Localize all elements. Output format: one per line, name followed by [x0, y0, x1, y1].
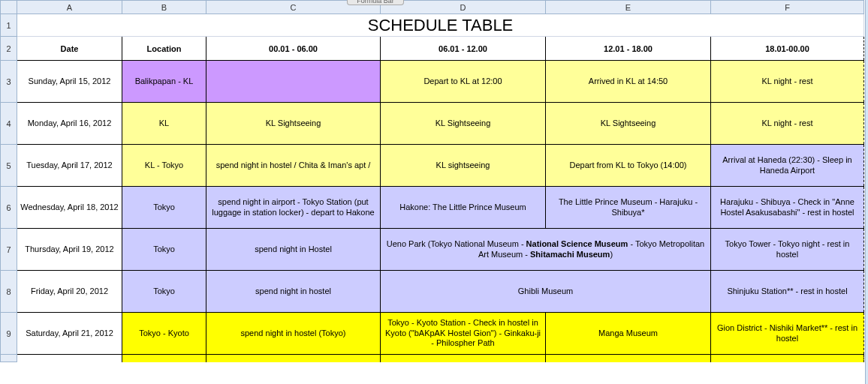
cell-E10[interactable] [546, 355, 711, 362]
cell-C5[interactable]: spend night in hostel / Chita & Iman's a… [206, 145, 381, 187]
cell-E9[interactable]: Manga Museum [546, 313, 711, 355]
cell-A9[interactable]: Saturday, April 21, 2012 [17, 313, 122, 355]
cell-B9[interactable]: Tokyo - Kyoto [122, 313, 206, 355]
cell-A8[interactable]: Friday, April 20, 2012 [17, 271, 122, 313]
cell-A7[interactable]: Thursday, April 19, 2012 [17, 229, 122, 271]
cell-E6[interactable]: The Little Prince Museum - Harajuku - Sh… [546, 187, 711, 229]
col-header-D[interactable]: D [381, 1, 546, 14]
cell-C10[interactable] [206, 355, 381, 362]
header-location[interactable]: Location [122, 37, 206, 61]
col-header-B[interactable]: B [122, 1, 206, 14]
cell-C7[interactable]: spend night in Hostel [206, 229, 381, 271]
cell-F9[interactable]: Gion District - Nishiki Market** - rest … [711, 313, 864, 355]
cell-E4[interactable]: KL Sightseeing [546, 103, 711, 145]
row-header-5[interactable]: 5 [1, 145, 17, 187]
cell-B10[interactable] [122, 355, 206, 362]
row-header-2[interactable]: 2 [1, 37, 17, 61]
cell-D3[interactable]: Depart to KL at 12:00 [381, 61, 546, 103]
cell-D6[interactable]: Hakone: The Little Prince Museum [381, 187, 546, 229]
cell-A5[interactable]: Tuesday, April 17, 2012 [17, 145, 122, 187]
row-header-7[interactable]: 7 [1, 229, 17, 271]
cell-F4[interactable]: KL night - rest [711, 103, 864, 145]
header-t2[interactable]: 06.01 - 12.00 [381, 37, 546, 61]
cell-D5[interactable]: KL sightseeing [381, 145, 546, 187]
title-cell[interactable]: SCHEDULE TABLE [17, 14, 864, 37]
formula-bar-tab[interactable]: Formula Bar [347, 0, 404, 5]
cell-C3[interactable] [206, 61, 381, 103]
cell-F10[interactable] [711, 355, 864, 362]
vertical-scrollbar[interactable] [865, 0, 868, 384]
cell-F7[interactable]: Tokyo Tower - Tokyo night - rest in host… [711, 229, 864, 271]
cell-B5[interactable]: KL - Tokyo [122, 145, 206, 187]
row-header-8[interactable]: 8 [1, 271, 17, 313]
header-t4[interactable]: 18.01-00.00 [711, 37, 864, 61]
cell-D4[interactable]: KL Sightseeing [381, 103, 546, 145]
row-header-9[interactable]: 9 [1, 313, 17, 355]
cell-DE7-pre: Ueno Park (Tokyo National Museum - [387, 239, 526, 248]
col-header-A[interactable]: A [17, 1, 122, 14]
cell-B8[interactable]: Tokyo [122, 271, 206, 313]
cell-A6[interactable]: Wednesday, April 18, 2012 [17, 187, 122, 229]
spreadsheet-viewport: Formula Bar A B C D E F 1 SCHEDULE TABLE [0, 0, 868, 384]
cell-A3[interactable]: Sunday, April 15, 2012 [17, 61, 122, 103]
col-header-E[interactable]: E [546, 1, 711, 14]
header-t1[interactable]: 00.01 - 06.00 [206, 37, 381, 61]
row-header-4[interactable]: 4 [1, 103, 17, 145]
row-header-3[interactable]: 3 [1, 61, 17, 103]
cell-C4[interactable]: KL Sightseeing [206, 103, 381, 145]
col-header-F[interactable]: F [711, 1, 864, 14]
cell-D10[interactable] [381, 355, 546, 362]
row-header-6[interactable]: 6 [1, 187, 17, 229]
cell-DE8[interactable]: Ghibli Museum [381, 271, 711, 313]
cell-C6[interactable]: spend night in airport - Tokyo Station (… [206, 187, 381, 229]
cell-DE7-b1: National Science Museum [526, 239, 628, 248]
row-header-1[interactable]: 1 [1, 14, 17, 37]
cell-B7[interactable]: Tokyo [122, 229, 206, 271]
column-header-row: A B C D E F [1, 1, 864, 14]
header-date[interactable]: Date [17, 37, 122, 61]
row-header-10[interactable] [1, 355, 17, 362]
spreadsheet-grid: A B C D E F 1 SCHEDULE TABLE 2 Date Loca… [0, 0, 864, 362]
cell-B3[interactable]: Balikpapan - KL [122, 61, 206, 103]
cell-B6[interactable]: Tokyo [122, 187, 206, 229]
cell-A10[interactable] [17, 355, 122, 362]
cell-DE7[interactable]: Ueno Park (Tokyo National Museum - Natio… [381, 229, 711, 271]
cell-E3[interactable]: Arrived in KL at 14:50 [546, 61, 711, 103]
cell-DE7-post: ) [610, 250, 613, 259]
cell-F8[interactable]: Shinjuku Station** - rest in hostel [711, 271, 864, 313]
cell-F5[interactable]: Arrival at Haneda (22:30) - Sleep in Han… [711, 145, 864, 187]
cell-E5[interactable]: Depart from KL to Tokyo (14:00) [546, 145, 711, 187]
select-all-corner[interactable] [1, 1, 17, 14]
cell-B4[interactable]: KL [122, 103, 206, 145]
cell-D9[interactable]: Tokyo - Kyoto Station - Check in hostel … [381, 313, 546, 355]
cell-C9[interactable]: spend night in hostel (Tokyo) [206, 313, 381, 355]
header-t3[interactable]: 12.01 - 18.00 [546, 37, 711, 61]
cell-C8[interactable]: spend night in hostel [206, 271, 381, 313]
cell-DE7-b2: Shitamachi Museum [530, 250, 610, 259]
cell-F3[interactable]: KL night - rest [711, 61, 864, 103]
cell-A4[interactable]: Monday, April 16, 2012 [17, 103, 122, 145]
cell-F6[interactable]: Harajuku - Shibuya - Check in "Anne Host… [711, 187, 864, 229]
